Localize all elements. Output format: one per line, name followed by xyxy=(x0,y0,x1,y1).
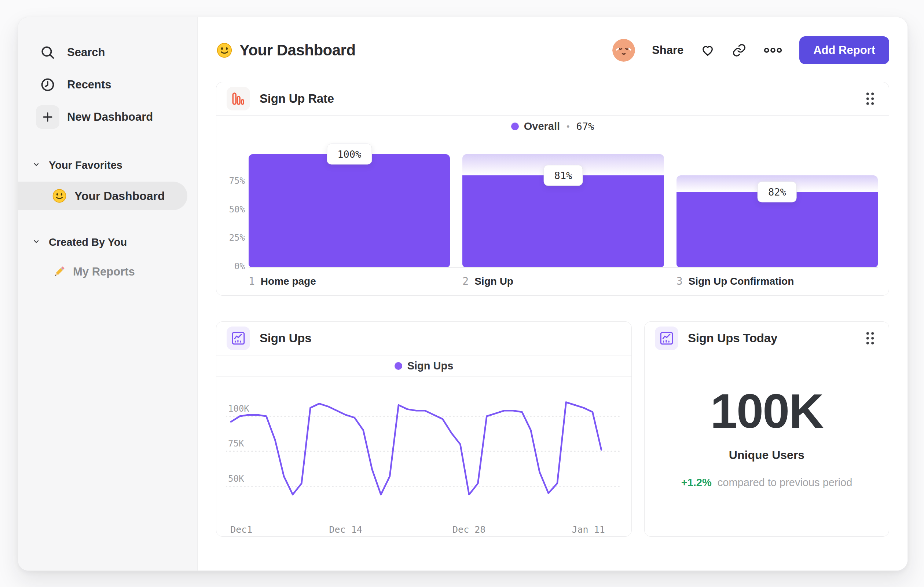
search-icon xyxy=(39,44,56,61)
line-chart-icon xyxy=(655,327,678,350)
funnel-bar-2[interactable]: 81% xyxy=(462,154,664,267)
x-tick-label: Dec 28 xyxy=(452,524,485,535)
delta-row: +1.2% compared to previous period xyxy=(645,476,889,489)
funnel-bar-fill xyxy=(676,192,878,267)
x-tick-label: Dec1 xyxy=(230,524,252,535)
funnel-legend: Overall • 67% xyxy=(216,116,889,137)
line-chart-svg xyxy=(226,382,622,518)
funnel-bar-1[interactable]: 100% xyxy=(249,154,450,267)
legend-separator: • xyxy=(566,121,569,132)
legend-value: 67% xyxy=(576,121,594,132)
sidebar-item-label: Recents xyxy=(67,78,111,91)
dashboard-title-emoji xyxy=(216,42,233,59)
drag-handle-icon[interactable] xyxy=(862,88,879,109)
funnel-y-axis: 75%50%25%0% xyxy=(222,154,249,268)
y-tick-label: 25% xyxy=(229,233,245,243)
funnel-card-header: Sign Up Rate xyxy=(216,82,889,115)
funnel-step-label: 1Home page xyxy=(249,275,450,287)
sign-ups-card: Sign Ups Sign Ups 100K75K50K Dec1Dec 14D… xyxy=(216,321,632,537)
sidebar-item-new-dashboard[interactable]: New Dashboard xyxy=(18,101,197,133)
legend-dot xyxy=(394,362,402,370)
app-window: Search Recents New Dashboard xyxy=(18,17,908,571)
x-tick-label: Jan 11 xyxy=(572,524,605,535)
step-name: Home page xyxy=(261,276,316,287)
more-options-icon[interactable] xyxy=(763,43,782,58)
section-title: Your Favorites xyxy=(49,159,122,171)
page-title: Your Dashboard xyxy=(239,41,356,59)
step-number: 3 xyxy=(676,275,683,287)
card-title: Sign Ups xyxy=(260,331,311,345)
funnel-step-labels: 1Home page2Sign Up3Sign Up Confirmation xyxy=(216,275,889,287)
sign-ups-today-card: Sign Ups Today 100K Unique Users +1.2% c… xyxy=(644,321,889,537)
funnel-bar-fill xyxy=(462,175,664,267)
main-content: Your Dashboard Share xyxy=(198,17,908,570)
funnel-value-badge: 82% xyxy=(757,182,797,203)
sidebar-item-label: Your Dashboard xyxy=(74,189,165,203)
sidebar: Search Recents New Dashboard xyxy=(18,17,198,570)
chevron-down-icon xyxy=(32,159,41,171)
funnel-bar-3[interactable]: 82% xyxy=(676,154,878,267)
legend-dot xyxy=(511,122,519,130)
delta-value: +1.2% xyxy=(681,476,712,489)
drag-handle-icon[interactable] xyxy=(862,328,879,349)
clock-icon xyxy=(39,76,56,93)
sidebar-item-recents[interactable]: Recents xyxy=(18,69,197,101)
share-button[interactable]: Share xyxy=(652,44,683,57)
today-card-header: Sign Ups Today xyxy=(645,322,889,355)
funnel-value-badge: 100% xyxy=(327,144,372,164)
sidebar-item-my-reports[interactable]: My Reports xyxy=(18,260,197,284)
bottom-row: Sign Ups Sign Ups 100K75K50K Dec1Dec 14D… xyxy=(216,321,889,537)
line-chart-icon xyxy=(227,327,250,350)
legend-label: Overall xyxy=(524,120,560,132)
step-number: 2 xyxy=(462,275,469,287)
funnel-bars: 100%81%82% xyxy=(249,154,878,268)
funnel-bar-fill xyxy=(249,154,450,267)
sidebar-item-label: New Dashboard xyxy=(67,111,153,124)
line-x-axis: Dec1Dec 14Dec 28Jan 11 xyxy=(226,524,622,539)
user-avatar[interactable] xyxy=(612,39,635,62)
section-title: Created By You xyxy=(49,236,127,248)
funnel-chart-icon xyxy=(227,87,250,111)
funnel-value-badge: 81% xyxy=(544,165,583,186)
big-number-label: Unique Users xyxy=(645,448,889,462)
pencil-emoji xyxy=(52,265,66,279)
legend-label: Sign Ups xyxy=(408,360,454,372)
header-actions: Share Add Report xyxy=(612,36,889,64)
sidebar-item-label: My Reports xyxy=(73,265,135,278)
line-legend: Sign Ups xyxy=(216,356,631,377)
sidebar-item-search[interactable]: Search xyxy=(18,36,197,69)
line-chart-plot[interactable]: 100K75K50K xyxy=(226,382,622,518)
step-name: Sign Up Confirmation xyxy=(689,276,794,287)
sidebar-section-your-favorites[interactable]: Your Favorites xyxy=(18,157,197,174)
sidebar-item-label: Search xyxy=(67,46,105,59)
sign-up-rate-card: Sign Up Rate Overall • 67% 75%50%25%0% xyxy=(216,82,889,296)
big-number-value: 100K xyxy=(645,384,889,439)
y-tick-label: 0% xyxy=(234,261,245,271)
funnel-chart: 75%50%25%0% 100%81%82% xyxy=(216,154,889,268)
funnel-step-label: 3Sign Up Confirmation xyxy=(676,275,878,287)
copy-link-icon[interactable] xyxy=(732,43,747,58)
line-card-header: Sign Ups xyxy=(216,322,631,355)
step-number: 1 xyxy=(249,275,255,287)
sidebar-section-created-by-you[interactable]: Created By You xyxy=(18,234,197,251)
chevron-down-icon xyxy=(32,236,41,248)
step-name: Sign Up xyxy=(474,276,513,287)
delta-context: compared to previous period xyxy=(718,476,853,489)
y-tick-label: 50% xyxy=(229,204,245,215)
sidebar-item-your-dashboard[interactable]: Your Dashboard xyxy=(18,182,187,210)
add-report-button[interactable]: Add Report xyxy=(799,36,889,64)
y-tick-label: 75% xyxy=(229,176,245,186)
favorite-heart-icon[interactable] xyxy=(700,43,715,58)
smiley-emoji xyxy=(52,188,67,203)
plus-icon xyxy=(36,105,59,129)
page-header: Your Dashboard Share xyxy=(216,37,889,63)
card-title: Sign Up Rate xyxy=(260,92,334,106)
funnel-step-label: 2Sign Up xyxy=(462,275,664,287)
card-title: Sign Ups Today xyxy=(688,331,777,345)
x-tick-label: Dec 14 xyxy=(329,524,362,535)
